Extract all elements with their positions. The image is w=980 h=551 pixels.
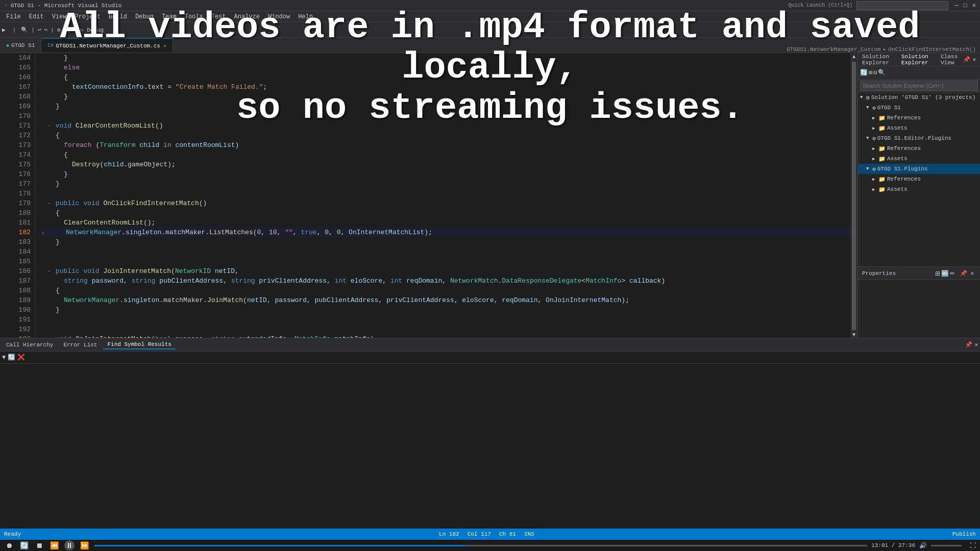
pin-icon[interactable]: 📌 xyxy=(963,56,970,63)
toolbar-icon-1[interactable]: 🔄 xyxy=(860,69,868,77)
video-progress[interactable] xyxy=(94,545,867,546)
menu-debug[interactable]: Debug xyxy=(131,12,158,21)
tab-call-hierarchy[interactable]: Call Hierarchy xyxy=(2,341,57,349)
video-bar: ⏺ 🔄 ⏹ ⏪ ⏸ ⏩ 13:01 / 27:36 🔊 ⛶ xyxy=(0,540,980,551)
props-pin[interactable]: 📌 xyxy=(960,270,967,277)
vertical-scrollbar[interactable]: ▲ ▼ xyxy=(850,53,857,338)
tree-references-2-label: References xyxy=(887,145,921,152)
tree-gtgds1[interactable]: ▼ ⚙ GTGD S1 xyxy=(858,103,980,113)
code-content[interactable]: } else { textConnectionInfo.text = "Crea… xyxy=(35,53,850,338)
video-time: 13:01 / 27:36 xyxy=(871,542,915,548)
menu-window[interactable]: Window xyxy=(264,12,294,21)
title-bar: ⚡ GTGD S1 - Microsoft Visual Studio Quic… xyxy=(0,0,980,11)
toolbar-icon-3[interactable]: ⊟ xyxy=(873,69,877,77)
video-btn-rewind[interactable]: ⏪ xyxy=(48,541,60,549)
toolbar-icon-2[interactable]: ⊞ xyxy=(869,69,872,77)
fullscreen-icon[interactable]: ⛶ xyxy=(970,542,976,549)
search-wrapper xyxy=(858,80,980,92)
tree-editor-plugins-references[interactable]: ▶ 📁 References xyxy=(858,143,980,154)
tree-solution-root[interactable]: ▼ ⊞ Solution 'GTGD S1' (3 projects) xyxy=(858,92,980,103)
menu-view[interactable]: View xyxy=(48,12,71,21)
video-progress-fill xyxy=(94,545,465,546)
video-btn-stop[interactable]: ⏹ xyxy=(34,541,44,549)
tree-gtgds1-references[interactable]: ▶ 📁 References xyxy=(858,113,980,123)
tab-breadcrumb-1: GTGDS1.NetworkManager_Custom xyxy=(787,46,881,53)
video-btn-record[interactable]: ⏺ xyxy=(4,541,14,549)
find-symbol-icon-3[interactable]: ❌ xyxy=(17,354,25,361)
volume-slider[interactable] xyxy=(931,545,962,546)
menu-project[interactable]: Project xyxy=(70,12,104,21)
menu-bar: File Edit View Project Build Debug Team … xyxy=(0,11,980,22)
code-line-179: − public void OnClickFindInternetMatch() xyxy=(39,198,850,208)
minimize-btn[interactable]: ─ xyxy=(954,2,958,9)
status-column: Col 117 xyxy=(468,531,491,537)
bottom-panel-close[interactable]: ✕ xyxy=(974,341,978,348)
code-line-186: − public void JoinInternetMatch(NetworkI… xyxy=(39,266,850,276)
solution-search-input[interactable] xyxy=(860,81,978,91)
props-btn-2[interactable]: 🔤 xyxy=(941,270,949,277)
video-btn-pause[interactable]: ⏸ xyxy=(64,540,75,550)
code-line-175: Destroy(child.gameObject); xyxy=(39,160,850,169)
menu-team[interactable]: Team xyxy=(158,12,181,21)
solution-toolbar: 🔄 ⊞ ⊟ 🔍 xyxy=(858,66,980,80)
tab-networkmanager[interactable]: C# GTGDS1.NetworkManager_Custom.cs ✕ xyxy=(41,38,173,53)
tab-error-list[interactable]: Error List xyxy=(59,341,101,349)
menu-analyze[interactable]: Analyze xyxy=(230,12,264,21)
bottom-tabs: Call Hierarchy Error List Find Symbol Re… xyxy=(0,338,980,352)
solution-root-label: Solution 'GTGD S1' (3 projects) xyxy=(871,94,976,101)
tab-label-networkmanager: GTGDS1.NetworkManager_Custom.cs xyxy=(56,43,160,49)
tree-gtgds1-assets[interactable]: ▶ 📁 Assets xyxy=(858,123,980,133)
tree-assets-3-label: Assets xyxy=(887,186,908,192)
tree-editor-plugins-assets[interactable]: ▶ 📁 Assets xyxy=(858,154,980,164)
tab-solution-explorer[interactable]: Solution Explorer xyxy=(898,54,938,66)
code-line-168: } xyxy=(39,92,850,102)
maximize-btn[interactable]: □ xyxy=(964,2,967,9)
bottom-panel: Call Hierarchy Error List Find Symbol Re… xyxy=(0,338,980,389)
tree-s1-plugins-assets[interactable]: ▶ 📁 Assets xyxy=(858,184,980,194)
tree-editor-plugins[interactable]: ▼ ⚙ GTGD S1.Editor.Plugins xyxy=(858,133,980,143)
close-panel-icon[interactable]: ✕ xyxy=(972,56,976,63)
code-line-193: − void OnJoinInternetMatch(bool success,… xyxy=(39,334,850,338)
app-icon: ⚡ xyxy=(4,2,8,9)
tab-find-symbol-results[interactable]: Find Symbol Results xyxy=(103,340,175,349)
close-btn[interactable]: ✕ xyxy=(972,2,976,9)
tab-close-networkmanager[interactable]: ✕ xyxy=(163,43,166,49)
tab-class-view[interactable]: Class View xyxy=(938,54,963,66)
menu-build[interactable]: Build xyxy=(105,12,131,21)
code-line-173: foreach (Transform child in contentRoomL… xyxy=(39,140,850,150)
properties-title: Properties xyxy=(862,270,896,277)
menu-tools[interactable]: Tools xyxy=(181,12,207,21)
status-publish: Publish xyxy=(952,531,976,537)
code-line-185 xyxy=(39,257,850,266)
volume-icon[interactable]: 🔊 xyxy=(919,542,927,549)
video-btn-forward[interactable]: ⏩ xyxy=(79,541,90,549)
scrollbar-thumb[interactable] xyxy=(852,62,856,330)
menu-file[interactable]: File xyxy=(2,12,25,21)
props-btn-1[interactable]: ⊞ xyxy=(935,270,940,277)
tree-s1-plugins-references[interactable]: ▶ 📁 References xyxy=(858,174,980,184)
menu-test[interactable]: Test xyxy=(207,12,230,21)
toolbar-icon-4[interactable]: 🔍 xyxy=(878,69,886,77)
solution-explorer-panel: Solution Explorer Solution Explorer Clas… xyxy=(857,53,980,338)
video-btn-refresh[interactable]: 🔄 xyxy=(18,541,30,549)
tree-s1-plugins[interactable]: ▼ ⚙ GTGD S1.Plugins xyxy=(858,164,980,174)
properties-header: Properties ⊞ 🔤 ✏ 📌 ✕ xyxy=(858,267,980,280)
tree-gtgds1-label: GTGD S1 xyxy=(877,105,901,111)
properties-panel: Properties ⊞ 🔤 ✏ 📌 ✕ xyxy=(858,266,980,338)
props-close[interactable]: ✕ xyxy=(970,270,974,277)
code-line-190: } xyxy=(39,305,850,315)
code-line-184 xyxy=(39,247,850,257)
solution-tree: ▼ ⊞ Solution 'GTGD S1' (3 projects) ▼ ⚙ … xyxy=(858,92,980,266)
menu-help[interactable]: Help xyxy=(294,12,317,21)
find-symbol-icon-1[interactable]: ▼ xyxy=(2,354,6,361)
solution-explorer-title: Solution Explorer xyxy=(862,54,898,66)
props-btn-3[interactable]: ✏ xyxy=(950,270,955,277)
menu-edit[interactable]: Edit xyxy=(25,12,48,21)
code-line-165: else xyxy=(39,63,850,72)
tab-gtgds1[interactable]: ◈ GTGD S1 xyxy=(0,38,41,53)
tab-label-gtgds1: GTGD S1 xyxy=(11,42,35,48)
quick-launch-input[interactable] xyxy=(856,1,948,10)
bottom-panel-pin[interactable]: 📌 xyxy=(965,341,972,348)
find-symbol-icon-2[interactable]: 🔄 xyxy=(8,354,15,361)
status-bar: Ready Ln 182 Col 117 Ch 61 INS Publish xyxy=(0,529,980,540)
